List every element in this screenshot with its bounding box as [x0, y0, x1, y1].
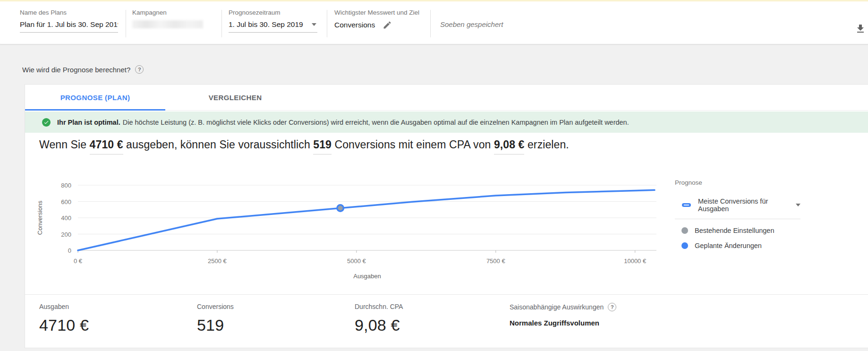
forecast-headline: Wenn Sie 4710 € ausgeben, können Sie vor… [39, 138, 569, 151]
tab-label: PROGNOSE (PLAN) [60, 94, 130, 102]
legend-item-existing: Bestehende Einstellungen [675, 227, 812, 234]
spend-value-editable[interactable]: 4710 € [90, 138, 123, 154]
tab-label: VERGLEICHEN [209, 94, 262, 102]
check-circle-icon [42, 118, 51, 127]
forecast-help-text: Wie wird die Prognose berechnet? [22, 66, 130, 74]
forecast-period-label: Prognosezeitraum [229, 9, 317, 16]
cpa-value-editable[interactable]: 9,08 € [494, 138, 525, 154]
header-divider [327, 10, 327, 37]
forecast-period-field[interactable]: Prognosezeitraum 1. Jul bis 30. Sep 2019 [229, 9, 317, 33]
forecast-card: PROGNOSE (PLAN) VERGLEICHEN Ihr Plan ist… [25, 84, 868, 348]
svg-text:0 €: 0 € [74, 257, 83, 265]
header-divider [126, 10, 126, 37]
stat-value: 9,08 € [355, 316, 403, 334]
legend-primary-label: Meiste Conversions für Ausgaben [698, 197, 789, 213]
conversions-value-editable[interactable]: 519 [313, 138, 332, 154]
stat-ausgaben: Ausgaben 4710 € [39, 303, 89, 334]
forecast-chart[interactable]: 02004006008000 €2500 €5000 €7500 €10000 … [34, 177, 663, 287]
forecast-chart-svg[interactable]: 02004006008000 €2500 €5000 €7500 €10000 … [34, 177, 663, 285]
headline-text: ausgeben, können Sie voraussichtlich [123, 138, 314, 151]
forecast-period-value[interactable]: 1. Jul bis 30. Sep 2019 [229, 20, 317, 33]
tab-vergleichen[interactable]: VERGLEICHEN [165, 85, 305, 110]
stat-value: 519 [197, 316, 234, 334]
save-status-text: Soeben gespeichert [440, 20, 503, 28]
download-icon[interactable] [855, 23, 866, 34]
key-metric-field: Wichtigster Messwert und Ziel Conversion… [334, 9, 419, 30]
campaigns-field[interactable]: Kampagnen [132, 9, 203, 28]
svg-text:600: 600 [61, 198, 71, 205]
stat-label: Saisonabhängige Auswirkungen [510, 303, 604, 311]
help-icon[interactable]: ? [608, 303, 616, 311]
headline-text: Wenn Sie [39, 138, 90, 151]
key-metric-value: Conversions [334, 20, 419, 30]
header-divider [430, 10, 431, 37]
svg-text:2500 €: 2500 € [208, 257, 227, 265]
svg-text:Ausgaben: Ausgaben [353, 273, 381, 280]
svg-text:800: 800 [61, 182, 71, 189]
svg-text:200: 200 [61, 231, 71, 238]
forecast-help-line: Wie wird die Prognose berechnet? ? [22, 65, 144, 74]
chevron-down-icon[interactable] [312, 23, 316, 26]
tab-prognose-plan[interactable]: PROGNOSE (PLAN) [25, 85, 165, 110]
stat-cpa: Durchschn. CPA 9,08 € [355, 303, 403, 334]
svg-text:0: 0 [68, 247, 71, 254]
svg-text:400: 400 [61, 214, 71, 222]
svg-text:10000 €: 10000 € [624, 257, 647, 265]
stat-seasonal: Saisonabhängige Auswirkungen ? Normales … [510, 303, 616, 327]
plan-name-label: Name des Plans [20, 9, 118, 16]
active-tab-underline [25, 109, 165, 111]
stat-conversions: Conversions 519 [197, 303, 234, 334]
legend-title: Prognose [675, 179, 812, 186]
campaigns-value-redacted[interactable] [132, 20, 203, 28]
svg-text:7500 €: 7500 € [486, 257, 506, 265]
forecast-period-text: 1. Jul bis 30. Sep 2019 [229, 20, 303, 29]
svg-text:Conversions: Conversions [36, 200, 43, 235]
optimal-plan-banner: Ihr Plan ist optimal. Die höchste Leistu… [25, 111, 868, 133]
header-divider [221, 10, 222, 37]
chevron-down-icon[interactable] [796, 204, 800, 206]
headline-text: Conversions mit einem CPA von [332, 138, 494, 151]
plan-name-value[interactable]: Plan für 1. Jul bis 30. Sep 2019 [20, 20, 118, 33]
key-metric-text: Conversions [334, 21, 375, 29]
headline-text: erzielen. [524, 138, 569, 151]
banner-bold-text: Ihr Plan ist optimal. [57, 119, 120, 126]
legend-item-label: Geplante Änderungen [695, 242, 762, 249]
legend-item-label: Bestehende Einstellungen [695, 227, 774, 234]
svg-text:5000 €: 5000 € [347, 257, 366, 265]
gray-dot-icon [681, 227, 688, 234]
plan-header-bar: Name des Plans Plan für 1. Jul bis 30. S… [0, 1, 868, 44]
plan-name-field[interactable]: Name des Plans Plan für 1. Jul bis 30. S… [20, 9, 118, 33]
stat-label: Conversions [197, 303, 234, 310]
tab-bar: PROGNOSE (PLAN) VERGLEICHEN [25, 85, 868, 111]
legend-metric-dropdown[interactable]: Meiste Conversions für Ausgaben [675, 197, 800, 219]
stat-value: Normales Zugriffsvolumen [510, 319, 616, 327]
help-icon[interactable]: ? [135, 65, 144, 74]
legend-item-planned: Geplante Änderungen [675, 242, 812, 249]
stat-label: Ausgaben [39, 303, 89, 310]
stat-value: 4710 € [39, 316, 89, 334]
blue-dot-icon [681, 242, 688, 249]
chart-legend: Prognose Meiste Conversions für Ausgaben… [675, 179, 812, 249]
key-metric-label: Wichtigster Messwert und Ziel [334, 9, 419, 16]
campaigns-label: Kampagnen [132, 9, 203, 16]
edit-pencil-icon[interactable] [383, 20, 392, 30]
line-series-icon [682, 203, 691, 207]
banner-text: Die höchste Leistung (z. B. möglichst vi… [123, 119, 629, 126]
stats-divider [25, 294, 868, 295]
stat-label: Durchschn. CPA [355, 303, 403, 310]
